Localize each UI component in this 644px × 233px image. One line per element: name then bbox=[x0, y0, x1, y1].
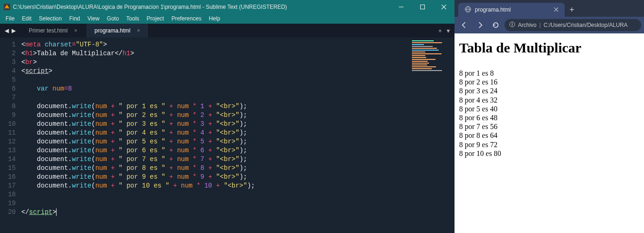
code-line[interactable]: <script> bbox=[21, 67, 410, 76]
code-line[interactable]: document.write(num + " por 3 es " + num … bbox=[21, 120, 410, 129]
browser-toolbar: Archivo | C:/Users/Cristian/Desktop/ALUR… bbox=[455, 17, 644, 33]
code-line[interactable]: <meta charset="UTF-8"> bbox=[21, 40, 410, 49]
tab-close-icon[interactable]: × bbox=[74, 27, 77, 34]
info-icon bbox=[509, 21, 515, 29]
url-separator: | bbox=[539, 22, 541, 28]
browser-tab-title: programa.html bbox=[475, 6, 511, 13]
code-line[interactable]: var num=8 bbox=[21, 84, 410, 93]
code-line[interactable]: document.write(num + " por 2 es " + num … bbox=[21, 111, 410, 120]
line-number: 18 bbox=[0, 190, 16, 199]
output-line: 8 por 2 es 16 bbox=[459, 78, 639, 86]
code-line[interactable]: document.write(num + " por 5 es " + num … bbox=[21, 137, 410, 146]
line-number: 11 bbox=[0, 129, 16, 137]
line-number: 12 bbox=[0, 137, 16, 146]
code-line[interactable]: document.write(num + " por 1 es " + num … bbox=[21, 102, 410, 111]
tab-close-icon[interactable] bbox=[554, 6, 558, 13]
new-tab-button[interactable]: + bbox=[438, 27, 442, 34]
tab-history-arrows[interactable]: ◀ ▶ bbox=[0, 24, 20, 38]
minimap-line bbox=[412, 46, 433, 47]
menu-goto[interactable]: Goto bbox=[103, 15, 123, 22]
code-line[interactable]: document.write(num + " por 7 es " + num … bbox=[21, 155, 410, 164]
forward-button[interactable] bbox=[473, 18, 487, 32]
back-button[interactable] bbox=[457, 18, 471, 32]
line-number: 13 bbox=[0, 146, 16, 155]
sublime-titlebar[interactable]: C:\Users\Cristian\Desktop\ALURA\Logica d… bbox=[0, 0, 455, 13]
sublime-app-icon bbox=[4, 4, 10, 10]
url-path: C:/Users/Cristian/Desktop/ALURA bbox=[543, 22, 627, 28]
menu-tools[interactable]: Tools bbox=[123, 15, 143, 22]
menu-view[interactable]: View bbox=[84, 15, 103, 22]
address-bar[interactable]: Archivo | C:/Users/Cristian/Desktop/ALUR… bbox=[505, 19, 641, 31]
file-tab-label: Primer test.html bbox=[29, 27, 68, 34]
code-content[interactable]: <meta charset="UTF-8"><h1>Tabla de Multi… bbox=[21, 38, 410, 233]
tab-row: ◀ ▶ Primer test.html×programa.html× + ▾ bbox=[0, 24, 455, 38]
line-number: 10 bbox=[0, 120, 16, 129]
line-number: 9 bbox=[0, 111, 16, 120]
line-number: 5 bbox=[0, 76, 16, 84]
url-scheme-label: Archivo bbox=[518, 22, 537, 28]
code-line[interactable] bbox=[21, 93, 410, 102]
code-line[interactable]: document.write(num + " por 4 es " + num … bbox=[21, 129, 410, 137]
page-heading: Tabla de Multiplicar bbox=[459, 40, 639, 56]
tab-back-icon[interactable]: ◀ bbox=[5, 27, 9, 34]
editor-area[interactable]: 1234567891011121314151617181920 <meta ch… bbox=[0, 38, 455, 233]
line-number: 6 bbox=[0, 84, 16, 93]
svg-rect-12 bbox=[512, 24, 512, 26]
minimap-line bbox=[412, 52, 425, 52]
line-number: 4 bbox=[0, 67, 16, 76]
menu-file[interactable]: File bbox=[2, 15, 18, 22]
text-caret bbox=[56, 208, 57, 216]
sublime-window: C:\Users\Cristian\Desktop\ALURA\Logica d… bbox=[0, 0, 455, 233]
code-line[interactable]: document.write(num + " por 10 es " + num… bbox=[21, 181, 410, 190]
line-number: 7 bbox=[0, 93, 16, 102]
browser-viewport[interactable]: Tabla de Multiplicar 8 por 1 es 88 por 2… bbox=[455, 33, 644, 233]
minimize-button[interactable] bbox=[391, 0, 412, 13]
line-number: 16 bbox=[0, 173, 16, 181]
code-line[interactable]: document.write(num + " por 9 es " + num … bbox=[21, 173, 410, 181]
minimap-line bbox=[412, 68, 432, 69]
output-line: 8 por 4 es 32 bbox=[459, 96, 639, 104]
menu-project[interactable]: Project bbox=[143, 15, 168, 22]
line-number: 1 bbox=[0, 40, 16, 49]
reload-button[interactable] bbox=[489, 18, 503, 32]
file-tab[interactable]: Primer test.html× bbox=[20, 24, 86, 38]
menu-edit[interactable]: Edit bbox=[18, 15, 35, 22]
menu-find[interactable]: Find bbox=[65, 15, 83, 22]
code-line[interactable] bbox=[21, 190, 410, 199]
code-line[interactable]: document.write(num + " por 6 es " + num … bbox=[21, 146, 410, 155]
browser-tab[interactable]: programa.html bbox=[458, 3, 565, 17]
close-button[interactable] bbox=[433, 0, 455, 13]
menu-help[interactable]: Help bbox=[205, 15, 224, 22]
output-line: 8 por 8 es 64 bbox=[459, 131, 639, 140]
line-number: 20 bbox=[0, 208, 16, 217]
tab-close-icon[interactable]: × bbox=[137, 27, 140, 34]
code-line[interactable] bbox=[21, 76, 410, 84]
svg-rect-2 bbox=[421, 5, 425, 9]
browser-window: programa.html + Archivo | C:/Users/Crist… bbox=[455, 0, 644, 233]
code-line[interactable]: document.write(num + " por 8 es " + num … bbox=[21, 164, 410, 173]
minimap-line bbox=[412, 40, 434, 41]
code-line[interactable] bbox=[21, 199, 410, 208]
minimap-line bbox=[412, 53, 442, 54]
menu-preferences[interactable]: Preferences bbox=[168, 15, 205, 22]
browser-new-tab-button[interactable]: + bbox=[565, 3, 579, 17]
tab-forward-icon[interactable]: ▶ bbox=[12, 27, 16, 34]
sublime-title-text: C:\Users\Cristian\Desktop\ALURA\Logica d… bbox=[13, 4, 391, 10]
code-line[interactable]: <h1>Tabla de Multiplicar</h1> bbox=[21, 49, 410, 58]
line-number: 19 bbox=[0, 199, 16, 208]
minimap-line bbox=[412, 50, 439, 51]
minimap-line bbox=[412, 42, 442, 43]
output-line: 8 por 5 es 40 bbox=[459, 104, 639, 113]
minimap[interactable] bbox=[410, 38, 455, 233]
output-line: 8 por 6 es 48 bbox=[459, 113, 639, 122]
line-number: 8 bbox=[0, 102, 16, 111]
output-line: 8 por 7 es 56 bbox=[459, 122, 639, 131]
file-tab-label: programa.html bbox=[95, 27, 130, 34]
code-line[interactable]: </script> bbox=[21, 208, 410, 217]
code-line[interactable]: <br> bbox=[21, 58, 410, 67]
maximize-button[interactable] bbox=[412, 0, 433, 13]
file-tab[interactable]: programa.html× bbox=[86, 24, 149, 38]
tab-menu-button[interactable]: ▾ bbox=[447, 27, 450, 34]
minimap-line bbox=[412, 48, 437, 49]
menu-selection[interactable]: Selection bbox=[35, 15, 65, 22]
